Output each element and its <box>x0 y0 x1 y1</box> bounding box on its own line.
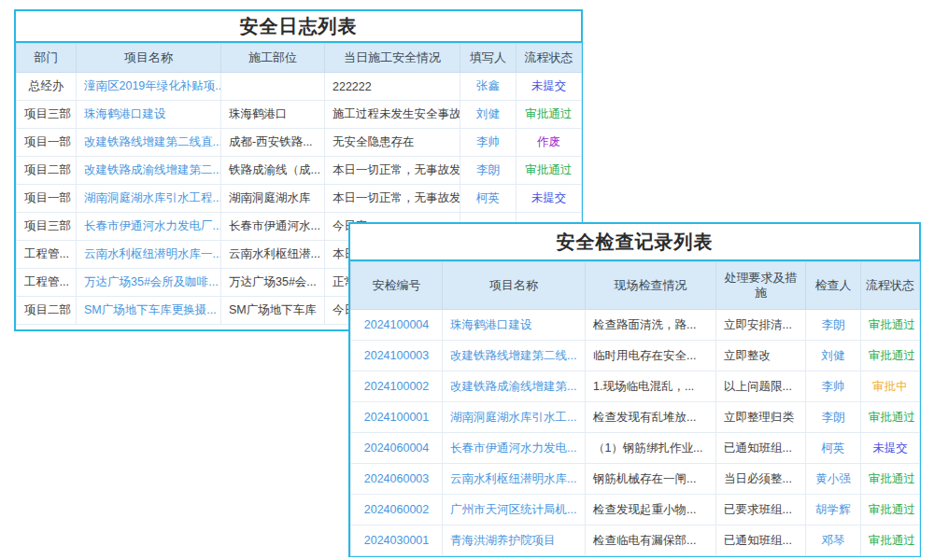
cell-daily: 本日一切正常，无事故发... <box>325 157 460 185</box>
cell-checker[interactable]: 刘健 <box>806 341 861 371</box>
cell-location: 云南水利枢纽潜... <box>221 241 325 269</box>
cell-project[interactable]: 潼南区2019年绿化补贴项... <box>77 73 221 101</box>
cell-status: 审批通过 <box>861 310 920 341</box>
table-row: 2024060003云南水利枢纽潜明水库...钢筋机械存在一闸...当日必须整.… <box>351 464 920 495</box>
table-row: 项目一部湖南洞庭湖水库引水工程...湖南洞庭湖水库本日一切正常，无事故发...柯… <box>17 185 582 213</box>
cell-writer[interactable]: 李帅 <box>460 129 517 157</box>
cell-dept: 项目三部 <box>17 101 77 129</box>
cell-check-no[interactable]: 2024100001 <box>351 402 443 433</box>
cell-dept: 项目一部 <box>17 129 77 157</box>
cell-daily: 无安全隐患存在 <box>325 129 460 157</box>
cell-status: 审批通过 <box>861 525 920 556</box>
cell-measures: 立即整理归类 <box>716 402 806 433</box>
cell-project[interactable]: 长春市伊通河水力发电... <box>443 433 586 464</box>
cell-check-no[interactable]: 2024060002 <box>351 495 443 525</box>
cell-daily: 222222 <box>325 73 460 101</box>
cell-dept: 总经办 <box>17 73 77 101</box>
cell-findings: 1.现场临电混乱，... <box>586 371 716 402</box>
cell-location: 长春市伊通河水... <box>221 213 325 241</box>
cell-location <box>221 73 325 101</box>
table-row: 总经办潼南区2019年绿化补贴项...222222张鑫未提交 <box>17 73 582 101</box>
cell-project[interactable]: 广州市天河区统计局机... <box>443 495 586 525</box>
table-row: 2024100001湖南洞庭湖水库引水工...检查发现有乱堆放...立即整理归类… <box>351 402 920 433</box>
table-row: 2024100002改建铁路成渝线增建第...1.现场临电混乱，...以上问题限… <box>351 371 920 402</box>
cell-checker[interactable]: 李朗 <box>806 402 861 433</box>
cell-location: SM广场地下车库 <box>221 297 325 325</box>
cell-check-no[interactable]: 2024100003 <box>351 341 443 371</box>
cell-writer[interactable]: 柯英 <box>460 185 517 213</box>
cell-writer[interactable]: 李朗 <box>460 157 517 185</box>
cell-daily: 施工过程未发生安全事故... <box>325 101 460 129</box>
header-row: 安检编号项目名称现场检查情况处理要求及措施检查人流程状态 <box>351 262 920 310</box>
cell-project[interactable]: SM广场地下车库更换摄... <box>77 297 221 325</box>
cell-location: 湖南洞庭湖水库 <box>221 185 325 213</box>
cell-checker[interactable]: 邓琴 <box>806 525 861 556</box>
cell-status: 未提交 <box>517 185 582 213</box>
cell-project[interactable]: 珠海鹤港口建设 <box>443 310 586 341</box>
safety-log-title: 安全日志列表 <box>16 11 581 43</box>
cell-check-no[interactable]: 2024100002 <box>351 371 443 402</box>
cell-findings: 检查路面清洗，路... <box>586 310 716 341</box>
cell-status: 未提交 <box>517 73 582 101</box>
cell-dept: 项目三部 <box>17 213 77 241</box>
cell-status: 审批通过 <box>861 495 920 525</box>
column-header-writer: 填写人 <box>460 44 517 73</box>
cell-project[interactable]: 珠海鹤港口建设 <box>77 101 221 129</box>
column-header-status: 流程状态 <box>861 262 920 310</box>
cell-daily: 本日一切正常，无事故发... <box>325 185 460 213</box>
table-row: 2024060004长春市伊通河水力发电...（1）钢筋绑扎作业...已通知班组… <box>351 433 920 464</box>
header-row: 部门项目名称施工部位当日施工安全情况填写人流程状态 <box>17 44 582 73</box>
cell-location: 珠海鹤港口 <box>221 101 325 129</box>
cell-check-no[interactable]: 2024060004 <box>351 433 443 464</box>
cell-project[interactable]: 云南水利枢纽潜明水库... <box>443 464 586 495</box>
cell-check-no[interactable]: 2024060003 <box>351 464 443 495</box>
column-header-status: 流程状态 <box>517 44 582 73</box>
cell-checker[interactable]: 胡学辉 <box>806 495 861 525</box>
cell-status: 作废 <box>517 129 582 157</box>
cell-measures: 已通知班组... <box>716 525 806 556</box>
cell-status: 未提交 <box>861 433 920 464</box>
cell-check-no[interactable]: 2024100004 <box>351 310 443 341</box>
cell-status: 审批通过 <box>861 402 920 433</box>
cell-checker[interactable]: 李帅 <box>806 371 861 402</box>
cell-project[interactable]: 青海洪湖养护院项目 <box>443 525 586 556</box>
cell-status: 审批中 <box>861 371 920 402</box>
cell-writer[interactable]: 刘健 <box>460 101 517 129</box>
cell-findings: 钢筋机械存在一闸... <box>586 464 716 495</box>
cell-project[interactable]: 改建铁路成渝线增建第二... <box>77 157 221 185</box>
cell-writer[interactable]: 张鑫 <box>460 73 517 101</box>
cell-project[interactable]: 长春市伊通河水力发电厂... <box>77 213 221 241</box>
cell-project[interactable]: 云南水利枢纽潜明水库一... <box>77 241 221 269</box>
cell-measures: 立即安排清... <box>716 310 806 341</box>
cell-status: 审批通过 <box>861 464 920 495</box>
inspection-record-table: 安检编号项目名称现场检查情况处理要求及措施检查人流程状态2024100004珠海… <box>350 261 920 556</box>
cell-project[interactable]: 改建铁路成渝线增建第... <box>443 371 586 402</box>
cell-findings: （1）钢筋绑扎作业... <box>586 433 716 464</box>
column-header-dept: 部门 <box>17 44 77 73</box>
column-header-checker: 检查人 <box>806 262 861 310</box>
column-header-measures: 处理要求及措施 <box>716 262 806 310</box>
cell-project[interactable]: 湖南洞庭湖水库引水工... <box>443 402 586 433</box>
cell-measures: 当日必须整... <box>716 464 806 495</box>
table-row: 2024060002广州市天河区统计局机...检查发现起重小物...已要求班组.… <box>351 495 920 525</box>
cell-dept: 项目一部 <box>17 185 77 213</box>
cell-project[interactable]: 改建铁路线增建第二线直... <box>77 129 221 157</box>
cell-project[interactable]: 万达广场35#会所及咖啡... <box>77 269 221 297</box>
column-header-project: 项目名称 <box>77 44 221 73</box>
table-row: 2024100003改建铁路线增建第二线...临时用电存在安全...立即整改刘健… <box>351 341 920 371</box>
cell-project[interactable]: 改建铁路线增建第二线... <box>443 341 586 371</box>
cell-project[interactable]: 湖南洞庭湖水库引水工程... <box>77 185 221 213</box>
column-header-daily: 当日施工安全情况 <box>325 44 460 73</box>
cell-check-no[interactable]: 2024030001 <box>351 525 443 556</box>
cell-status: 审批通过 <box>861 341 920 371</box>
cell-checker[interactable]: 黄小强 <box>806 464 861 495</box>
cell-checker[interactable]: 柯英 <box>806 433 861 464</box>
cell-location: 铁路成渝线（成... <box>221 157 325 185</box>
cell-findings: 检查发现起重小物... <box>586 495 716 525</box>
cell-findings: 检查发现有乱堆放... <box>586 402 716 433</box>
cell-checker[interactable]: 李朗 <box>806 310 861 341</box>
table-row: 2024100004珠海鹤港口建设检查路面清洗，路...立即安排清...李朗审批… <box>351 310 920 341</box>
cell-measures: 已通知班组... <box>716 433 806 464</box>
table-row: 项目一部改建铁路线增建第二线直...成都-西安铁路...无安全隐患存在李帅作废 <box>17 129 582 157</box>
table-row: 项目二部改建铁路成渝线增建第二...铁路成渝线（成...本日一切正常，无事故发.… <box>17 157 582 185</box>
